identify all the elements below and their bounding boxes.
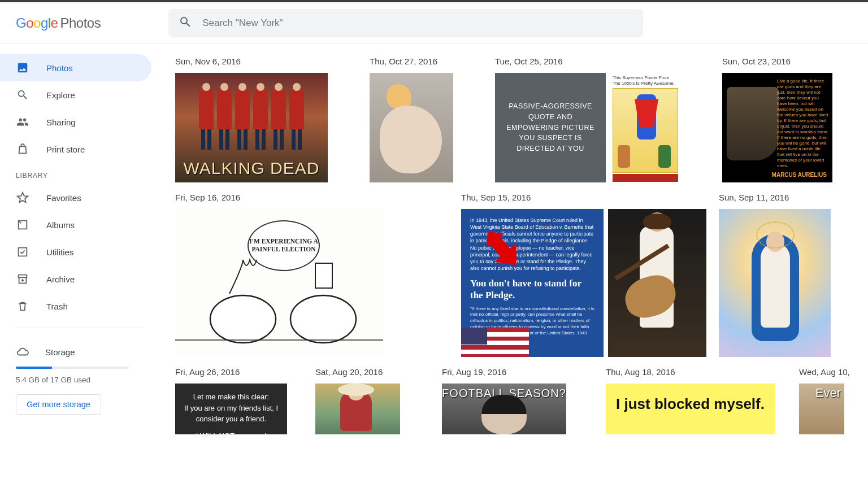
storage-used-text: 5.4 GB of 17 GB used	[16, 376, 142, 384]
thumb-text: Let me make this clear:	[182, 391, 280, 403]
sidebar-item-albums[interactable]: Albums	[0, 211, 151, 238]
app-logo[interactable]: Google Photos	[16, 15, 101, 31]
sidebar-label: Favorites	[46, 193, 81, 203]
trash-icon	[16, 299, 29, 313]
photo-thumb[interactable]: WALKING DEAD	[175, 73, 328, 182]
date-group: Wed, Aug 10,Ever	[799, 367, 850, 434]
sidebar-label: Sharing	[46, 117, 76, 127]
thumb-author: MARCUS AURELIUS	[772, 172, 827, 178]
sidebar-item-utilities[interactable]: Utilities	[0, 238, 151, 265]
search-input[interactable]	[202, 18, 633, 29]
date-group: Thu, Aug 18, 2016I just blocked myself.	[606, 367, 775, 434]
archive-icon	[16, 272, 29, 286]
date-heading: Fri, Sep 16, 2016	[175, 193, 383, 202]
date-group: Sun, Nov 6, 2016WALKING DEAD	[175, 56, 328, 182]
photo-thumb[interactable]	[370, 73, 453, 182]
photo-thumb[interactable]: Ever	[799, 384, 844, 434]
date-heading: Thu, Oct 27, 2016	[370, 56, 453, 66]
sidebar-item-favorites[interactable]: Favorites	[0, 184, 151, 211]
sidebar-section-label: LIBRARY	[0, 163, 158, 184]
cloud-icon	[16, 345, 29, 359]
photo-icon	[16, 61, 29, 75]
photo-thumb[interactable]: I just blocked myself.	[606, 384, 775, 434]
thumb-text: Ever	[815, 386, 841, 400]
sidebar-item-explore[interactable]: Explore	[0, 81, 151, 108]
date-group: Thu, Oct 27, 2016	[370, 56, 453, 182]
date-heading: Sun, Nov 6, 2016	[175, 56, 328, 66]
photo-thumb[interactable]	[608, 209, 706, 357]
sidebar-item-sharing[interactable]: Sharing	[0, 108, 151, 136]
photo-thumb[interactable]: This Superman Poster From The 1950's Is …	[610, 73, 680, 182]
thumb-text: I just blocked myself.	[616, 396, 765, 413]
sidebar: Photos Explore Sharing Print store LIBRA…	[0, 44, 158, 488]
sidebar-label: Utilities	[46, 247, 73, 257]
date-heading: Sun, Oct 23, 2016	[722, 56, 832, 66]
search-icon	[16, 88, 29, 102]
search-box[interactable]	[168, 9, 643, 37]
date-group: Sun, Oct 23, 2016Live a good life. If th…	[722, 56, 832, 182]
sidebar-label: Trash	[46, 302, 68, 311]
storage-label: Storage	[45, 347, 75, 357]
date-heading: Sun, Sep 11, 2016	[719, 193, 831, 202]
date-group: Fri, Aug 26, 2016Let me make this clear:…	[175, 367, 287, 434]
date-group: Sat, Aug 20, 2016	[315, 367, 400, 434]
date-group: Fri, Sep 16, 2016I'M EXPERIENCING A PAIN…	[175, 193, 383, 357]
thumb-title: WALKING DEAD	[175, 159, 328, 178]
top-bar: Google Photos	[0, 0, 868, 44]
logo-product: Photos	[60, 15, 101, 31]
photo-thumb[interactable]: PASSIVE-AGGRESSIVE QUOTE AND EMPOWERING …	[495, 73, 606, 182]
date-heading: Fri, Aug 19, 2016	[442, 367, 566, 377]
sidebar-item-photos[interactable]: Photos	[0, 54, 151, 81]
date-heading: Thu, Aug 18, 2016	[606, 367, 775, 377]
storage-bar	[16, 367, 129, 369]
sidebar-item-archive[interactable]: Archive	[0, 265, 151, 293]
search-icon	[179, 15, 202, 31]
photo-thumb[interactable]: I'M EXPERIENCING A PAINFUL ELECTION	[175, 209, 383, 357]
svg-point-0	[210, 295, 276, 343]
sidebar-label: Photos	[46, 63, 73, 73]
sidebar-label: Albums	[46, 220, 75, 230]
photo-thumb[interactable]: FOOTBALL SEASON?	[442, 384, 566, 434]
photo-thumb[interactable]: Live a good life. If there are gods and …	[722, 73, 832, 182]
date-heading: Tue, Oct 25, 2016	[495, 56, 680, 66]
thumb-text: Live a good life. If there are gods and …	[777, 79, 829, 169]
shopping-bag-icon	[16, 142, 29, 156]
svg-rect-2	[315, 263, 332, 288]
date-group: Sun, Sep 11, 2016	[719, 193, 831, 357]
thumb-text: PASSIVE-AGGRESSIVE QUOTE AND EMPOWERING …	[505, 101, 596, 154]
sidebar-label: Print store	[46, 145, 85, 154]
flag-icon	[461, 328, 529, 357]
date-heading: Fri, Aug 26, 2016	[175, 367, 287, 377]
get-more-storage-button[interactable]: Get more storage	[16, 394, 101, 415]
date-heading: Sat, Aug 20, 2016	[315, 367, 400, 377]
sidebar-label: Archive	[46, 274, 75, 284]
date-heading: Thu, Sep 15, 2016	[461, 193, 706, 202]
thumb-caption: This Superman Poster From The 1950's Is …	[610, 73, 680, 87]
photo-thumb[interactable]: Let me make this clear:If you are on my …	[175, 384, 287, 434]
svg-point-1	[290, 295, 356, 343]
photo-thumb[interactable]	[719, 209, 831, 357]
cursor-arrow-icon	[476, 223, 528, 277]
photo-grid[interactable]: Sun, Nov 6, 2016WALKING DEADThu, Oct 27,…	[158, 44, 868, 488]
date-group: Fri, Aug 19, 2016FOOTBALL SEASON?	[442, 367, 566, 434]
star-icon	[16, 191, 29, 204]
sidebar-item-trash[interactable]: Trash	[0, 293, 151, 320]
utilities-icon	[16, 245, 29, 259]
sidebar-item-print-store[interactable]: Print store	[0, 136, 151, 163]
date-heading: Wed, Aug 10,	[799, 367, 850, 377]
date-group: Tue, Oct 25, 2016PASSIVE-AGGRESSIVE QUOT…	[495, 56, 680, 182]
album-icon	[16, 218, 29, 232]
people-icon	[16, 115, 29, 129]
sidebar-label: Explore	[46, 90, 75, 100]
photo-thumb[interactable]	[315, 384, 400, 434]
thumb-headline: You don't have to stand for the Pledge.	[470, 277, 594, 302]
sidebar-item-storage[interactable]: Storage	[16, 338, 142, 365]
divider	[16, 328, 142, 328]
